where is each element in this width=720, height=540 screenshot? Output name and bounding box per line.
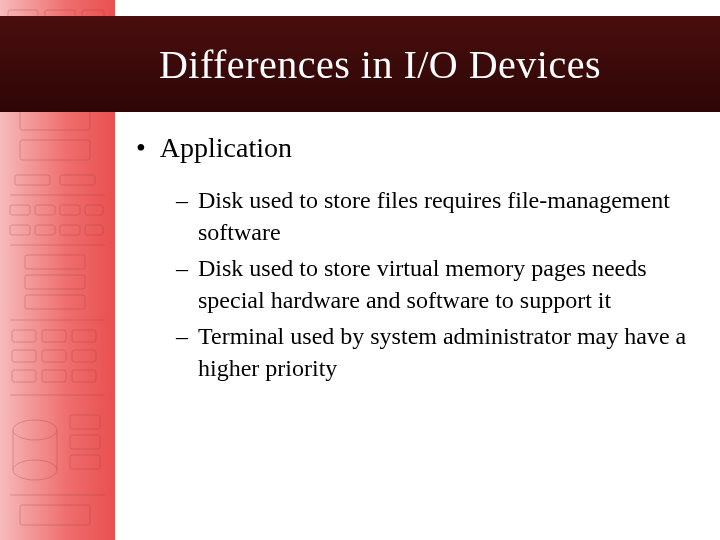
svg-rect-15 — [60, 175, 95, 185]
sub-item-text: Terminal used by system administrator ma… — [198, 320, 688, 384]
svg-rect-21 — [10, 225, 30, 235]
list-item: – Terminal used by system administrator … — [176, 320, 690, 384]
svg-rect-33 — [12, 350, 36, 362]
svg-rect-46 — [70, 455, 100, 469]
main-bullet: • Application — [130, 130, 690, 166]
svg-rect-23 — [60, 225, 80, 235]
sub-list: – Disk used to store files requires file… — [176, 184, 690, 384]
svg-rect-13 — [20, 140, 90, 160]
svg-rect-17 — [10, 205, 30, 215]
dash-icon: – — [176, 320, 188, 352]
dash-icon: – — [176, 252, 188, 284]
svg-rect-48 — [20, 505, 90, 525]
svg-rect-28 — [25, 295, 85, 309]
svg-rect-36 — [12, 370, 36, 382]
svg-rect-12 — [20, 110, 90, 130]
svg-rect-45 — [70, 435, 100, 449]
content-area: • Application – Disk used to store files… — [130, 130, 690, 388]
svg-rect-24 — [85, 225, 103, 235]
title-bar: Differences in I/O Devices — [0, 16, 720, 112]
svg-point-43 — [13, 460, 57, 480]
svg-rect-34 — [42, 350, 66, 362]
list-item: – Disk used to store virtual memory page… — [176, 252, 690, 316]
sub-item-text: Disk used to store files requires file-m… — [198, 184, 688, 248]
list-item: – Disk used to store files requires file… — [176, 184, 690, 248]
bullet-dot-icon: • — [136, 130, 146, 166]
svg-rect-20 — [85, 205, 103, 215]
svg-rect-27 — [25, 275, 85, 289]
svg-rect-38 — [72, 370, 96, 382]
svg-rect-35 — [72, 350, 96, 362]
svg-rect-19 — [60, 205, 80, 215]
svg-rect-44 — [70, 415, 100, 429]
svg-rect-31 — [42, 330, 66, 342]
svg-point-40 — [13, 420, 57, 440]
svg-rect-22 — [35, 225, 55, 235]
svg-rect-32 — [72, 330, 96, 342]
svg-rect-26 — [25, 255, 85, 269]
sub-item-text: Disk used to store virtual memory pages … — [198, 252, 688, 316]
svg-rect-37 — [42, 370, 66, 382]
svg-rect-14 — [15, 175, 50, 185]
dash-icon: – — [176, 184, 188, 216]
main-bullet-label: Application — [160, 130, 292, 166]
svg-rect-18 — [35, 205, 55, 215]
svg-rect-30 — [12, 330, 36, 342]
slide-title: Differences in I/O Devices — [0, 41, 720, 88]
